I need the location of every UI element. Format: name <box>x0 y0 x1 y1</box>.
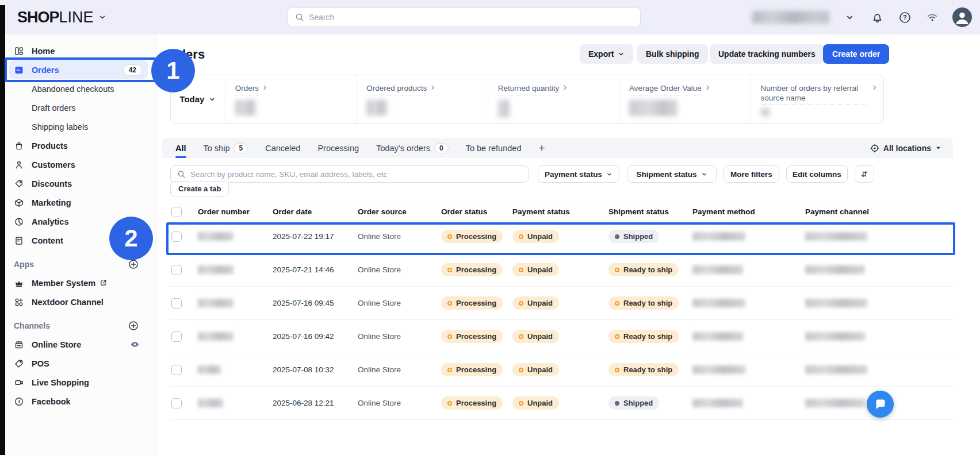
cube-icon <box>14 198 24 207</box>
search-icon <box>177 170 186 179</box>
sidebar-item-customers[interactable]: Customers <box>5 155 156 174</box>
sidebar-item-shipping-labels[interactable]: Shipping labels <box>5 117 156 136</box>
update-tracking-numbers-button[interactable]: Update tracking numbers <box>710 44 824 64</box>
tab-todays-orders[interactable]: Today's orders0 <box>376 138 449 158</box>
order-number-redacted <box>198 399 223 407</box>
storefront-icon <box>14 340 24 349</box>
order-search-input[interactable] <box>190 170 522 179</box>
col-payment-channel: Payment channel <box>805 207 952 216</box>
create-order-button[interactable]: Create order <box>823 44 889 64</box>
tab-to-ship[interactable]: To ship5 <box>204 138 248 158</box>
order-date: 2025-06-28 12:21 <box>273 399 358 407</box>
caret-down-icon <box>935 145 941 151</box>
add-tab-icon[interactable]: + <box>538 138 545 158</box>
sidebar-item-nextdoor-channel[interactable]: Nextdoor Channel <box>5 292 156 311</box>
tab-all[interactable]: All <box>175 138 186 158</box>
logo-text: SHOPLINE <box>17 9 94 26</box>
account-avatar[interactable] <box>952 7 972 27</box>
col-payment-status: Payment status <box>512 207 608 216</box>
row-checkbox[interactable] <box>171 331 182 342</box>
svg-text:f: f <box>18 399 20 404</box>
sidebar-item-member-system[interactable]: Member System <box>5 273 156 292</box>
sidebar-item-discounts[interactable]: Discounts <box>5 174 156 193</box>
row-checkbox[interactable] <box>171 265 182 275</box>
order-number-redacted <box>198 365 221 374</box>
help-icon[interactable]: ? <box>897 10 912 25</box>
table-row[interactable]: 2025-07-16 09:45 Online Store Processing… <box>170 287 952 320</box>
tag-icon <box>14 179 24 188</box>
add-app-icon[interactable] <box>128 259 139 269</box>
order-date: 2025-07-21 14:46 <box>273 265 358 274</box>
chevron-down-icon <box>701 171 707 178</box>
global-search-input[interactable] <box>309 13 633 22</box>
payment-channel-redacted <box>805 299 867 307</box>
sidebar-item-online-store[interactable]: Online Store <box>5 335 156 354</box>
global-search[interactable] <box>288 7 641 27</box>
sidebar-item-marketing[interactable]: Marketing <box>5 193 156 212</box>
sidebar-item-facebook[interactable]: f Facebook <box>5 392 156 411</box>
row-checkbox[interactable] <box>171 398 182 408</box>
metric-link[interactable]: Ordered products <box>366 84 436 95</box>
table-row[interactable]: 2025-07-21 14:46 Online Store Processing… <box>170 253 952 287</box>
export-button[interactable]: Export <box>580 44 633 64</box>
locations-dropdown[interactable]: All locations <box>870 144 941 153</box>
tab-count-badge: 0 <box>434 143 449 153</box>
order-status-badge: Processing <box>441 296 503 310</box>
sidebar-item-pos[interactable]: POS <box>5 354 156 373</box>
more-filters-button[interactable]: More filters <box>723 165 779 183</box>
sort-button[interactable] <box>855 165 874 183</box>
shipment-status-badge: Shipped <box>608 230 659 243</box>
payment-channel-redacted <box>805 332 865 341</box>
order-source: Online Store <box>358 399 441 407</box>
chevron-right-icon <box>262 84 268 91</box>
table-header: Order number Order date Order source Ord… <box>170 203 952 220</box>
metric-link[interactable]: Returned quantity <box>498 84 569 95</box>
shopline-logo[interactable]: SHOPLINE <box>17 9 106 26</box>
add-channel-icon[interactable] <box>128 321 139 331</box>
table-row[interactable]: 2025-06-28 12:21 Online Store Processing… <box>170 387 952 420</box>
order-source: Online Store <box>358 265 441 274</box>
payment-status-filter[interactable]: Payment status <box>538 165 619 183</box>
chevron-down-icon <box>618 51 625 57</box>
create-a-tab-button[interactable]: Create a tab <box>170 181 229 196</box>
document-icon <box>14 236 24 245</box>
metric-link[interactable]: Number of orders by referral source name <box>761 84 878 105</box>
table-row[interactable]: 2025-07-16 09:42 Online Store Processing… <box>170 320 952 353</box>
metric-link[interactable]: Orders <box>235 84 268 95</box>
col-payment-method: Payment method <box>692 207 805 216</box>
table-row[interactable]: 2025-07-22 19:17 Online Store Processing… <box>170 220 952 253</box>
store-switcher-chevron-icon[interactable] <box>842 10 857 25</box>
metric-value-redacted <box>235 100 256 115</box>
eye-icon[interactable] <box>130 340 140 349</box>
tab-to-be-refunded[interactable]: To be refunded <box>466 138 522 158</box>
payment-status-badge: Unpaid <box>512 396 559 410</box>
sort-arrows-icon <box>860 170 868 178</box>
network-wifi-icon[interactable] <box>925 10 940 25</box>
payment-channel-redacted <box>805 365 867 374</box>
select-all-checkbox[interactable] <box>171 207 182 217</box>
notifications-bell-icon[interactable] <box>870 10 885 25</box>
order-search[interactable] <box>170 165 529 183</box>
sidebar-item-abandoned-checkouts[interactable]: Abandoned checkouts <box>5 79 156 98</box>
tab-processing[interactable]: Processing <box>317 138 359 158</box>
row-checkbox[interactable] <box>171 232 182 242</box>
tab-canceled[interactable]: Canceled <box>265 138 300 158</box>
sidebar-item-orders[interactable]: Orders 42 <box>9 60 148 79</box>
sidebar-item-draft-orders[interactable]: Draft orders <box>5 98 156 117</box>
order-date: 2025-07-16 09:45 <box>273 299 358 307</box>
table-row[interactable]: 2025-07-08 10:32 Online Store Processing… <box>170 353 952 387</box>
order-source: Online Store <box>358 299 441 307</box>
shipment-status-filter[interactable]: Shipment status <box>627 165 717 183</box>
sidebar-item-home[interactable]: Home <box>5 41 156 60</box>
chevron-down-icon <box>209 96 216 103</box>
metric-link[interactable]: Average Order Value <box>629 84 711 95</box>
chat-widget-button[interactable] <box>867 391 894 418</box>
edit-columns-button[interactable]: Edit columns <box>786 165 848 183</box>
row-checkbox[interactable] <box>171 298 182 309</box>
sidebar-item-products[interactable]: Products <box>5 136 156 155</box>
sidebar-item-live-shopping[interactable]: Live Shopping <box>5 373 156 392</box>
order-status-badge: Processing <box>441 396 503 410</box>
order-number-redacted <box>198 332 233 341</box>
bulk-shipping-button[interactable]: Bulk shipping <box>637 44 708 64</box>
row-checkbox[interactable] <box>171 365 182 375</box>
